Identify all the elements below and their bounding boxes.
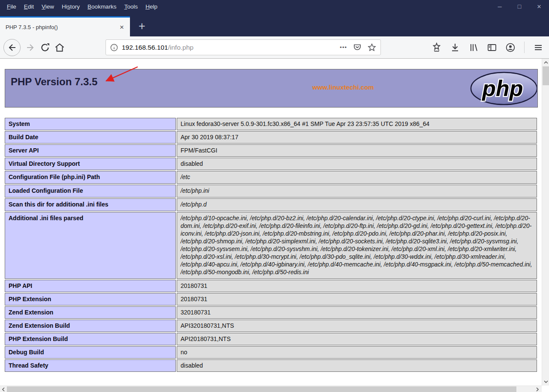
reload-button[interactable] xyxy=(38,40,52,55)
table-row: Server APIFPM/FastCGI xyxy=(5,144,537,157)
horizontal-scrollbar[interactable] xyxy=(0,386,542,392)
menu-tools[interactable]: Tools xyxy=(121,2,142,11)
info-value: Linux fedora30-server 5.0.9-301.fc30.x86… xyxy=(177,118,537,130)
reload-icon xyxy=(39,42,51,53)
pocket-icon[interactable] xyxy=(353,43,362,52)
menu-text: ookmarks xyxy=(91,3,117,10)
menu-history[interactable]: History xyxy=(58,2,84,11)
bookmarks-menu-star-icon xyxy=(431,42,442,53)
library-button[interactable] xyxy=(466,40,481,55)
hamburger-menu-icon xyxy=(533,42,544,53)
menu-edit[interactable]: Edit xyxy=(20,2,38,11)
account-icon xyxy=(505,42,516,53)
bookmark-star-icon[interactable] xyxy=(368,43,376,52)
menu-view[interactable]: View xyxy=(38,2,58,11)
info-value: disabled xyxy=(177,158,537,170)
page-actions-icon[interactable]: ••• xyxy=(340,44,347,51)
info-value: 20180731 xyxy=(177,293,537,305)
phpinfo-header: PHP Version 7.3.5 www.linuxtechi.com php xyxy=(5,69,538,108)
info-value: /etc/php.ini xyxy=(177,185,537,197)
info-value: API20180731,NTS xyxy=(177,333,537,345)
maximize-button[interactable]: □ xyxy=(510,0,529,13)
menu-accel: B xyxy=(87,3,91,10)
account-button[interactable] xyxy=(503,40,518,55)
info-label: Server API xyxy=(5,144,176,157)
home-icon xyxy=(54,42,65,53)
phpinfo-table: SystemLinux fedora30-server 5.0.9-301.fc… xyxy=(4,117,538,373)
table-row: Zend Extension320180731 xyxy=(5,306,537,319)
library-icon xyxy=(468,42,479,53)
page-title: PHP Version 7.3.5 xyxy=(5,69,537,88)
url-actions: ••• xyxy=(340,43,376,52)
close-icon: ✕ xyxy=(537,3,542,10)
minimize-icon: ─ xyxy=(498,3,501,10)
downloads-button[interactable] xyxy=(448,40,462,55)
info-value: FPM/FastCGI xyxy=(177,144,537,157)
download-icon xyxy=(449,42,461,53)
scroll-up-arrow-icon[interactable] xyxy=(542,59,549,66)
back-button[interactable] xyxy=(3,39,21,56)
menu-text: elp xyxy=(150,3,157,10)
horizontal-scroll-thumb[interactable] xyxy=(7,386,516,392)
info-value: 320180731 xyxy=(177,306,537,319)
info-label: Zend Extension Build xyxy=(5,320,176,332)
url-bar[interactable]: 192.168.56.101/info.php ••• xyxy=(106,39,381,55)
table-row: Zend Extension BuildAPI320180731,NTS xyxy=(5,320,537,332)
watermark-text: www.linuxtechi.com xyxy=(312,84,374,91)
menu-accel: F xyxy=(7,3,10,10)
toolbar-separator xyxy=(524,42,525,53)
table-row: Scan this dir for additional .ini files/… xyxy=(5,198,537,211)
scroll-down-arrow-icon[interactable] xyxy=(542,378,549,385)
menu-text: tory xyxy=(70,3,80,10)
close-button[interactable]: ✕ xyxy=(529,0,549,13)
tab-phpinfo[interactable]: PHP 7.3.5 - phpinfo() × xyxy=(0,16,130,36)
info-value: /etc/php.d xyxy=(177,198,537,211)
table-row: Debug Buildno xyxy=(5,346,537,359)
tab-close-icon[interactable]: × xyxy=(117,24,127,31)
window-controls: ─ □ ✕ xyxy=(490,0,549,13)
title-bar: File Edit View History Bookmarks Tools H… xyxy=(0,0,549,13)
info-value: /etc xyxy=(177,171,537,184)
menu-file[interactable]: File xyxy=(3,2,20,11)
table-row: Thread Safetydisabled xyxy=(5,359,537,372)
app-menu-button[interactable] xyxy=(531,40,546,55)
url-text[interactable]: 192.168.56.101/info.php xyxy=(122,44,340,51)
menu-bookmarks[interactable]: Bookmarks xyxy=(84,2,121,11)
url-path: /info.php xyxy=(168,44,193,51)
php-logo: php xyxy=(470,72,537,105)
menu-bar: File Edit View History Bookmarks Tools H… xyxy=(0,0,161,13)
url-host: 192.168.56.101 xyxy=(122,44,168,51)
page-viewport: PHP Version 7.3.5 www.linuxtechi.com php xyxy=(0,59,542,386)
minimize-button[interactable]: ─ xyxy=(490,0,510,13)
table-row: Configuration File (php.ini) Path/etc xyxy=(5,171,537,184)
new-tab-button[interactable]: + xyxy=(133,18,151,35)
site-info-icon[interactable] xyxy=(110,44,118,51)
browser-window: File Edit View History Bookmarks Tools H… xyxy=(0,0,549,392)
toolbar-right xyxy=(429,40,546,55)
menu-help[interactable]: Help xyxy=(142,2,161,11)
scroll-left-arrow-icon[interactable] xyxy=(0,386,7,392)
info-label: PHP API xyxy=(5,280,176,292)
menu-accel: H xyxy=(145,3,150,10)
vertical-scrollbar[interactable] xyxy=(542,59,549,386)
info-value: Apr 30 2019 08:37:17 xyxy=(177,131,537,144)
info-value: disabled xyxy=(177,359,537,372)
sidebars-button[interactable] xyxy=(485,40,499,55)
table-row: PHP Extension BuildAPI20180731,NTS xyxy=(5,333,537,345)
vertical-scroll-thumb[interactable] xyxy=(543,66,549,85)
info-label: Thread Safety xyxy=(5,359,176,372)
menu-text: Hi xyxy=(62,3,67,10)
home-button[interactable] xyxy=(52,40,67,55)
info-label: Virtual Directory Support xyxy=(5,158,176,170)
info-label: Scan this dir for additional .ini files xyxy=(5,198,176,211)
menu-accel: V xyxy=(42,3,45,10)
menu-text: ile xyxy=(10,3,16,10)
table-row: Build DateApr 30 2019 08:37:17 xyxy=(5,131,537,144)
forward-button[interactable] xyxy=(23,40,38,55)
info-label: PHP Extension Build xyxy=(5,333,176,345)
back-arrow-icon xyxy=(7,42,17,53)
table-row: Additional .ini files parsed/etc/php.d/1… xyxy=(5,212,537,279)
scroll-right-arrow-icon[interactable] xyxy=(534,386,541,392)
bookmarks-menu-button[interactable] xyxy=(429,40,444,55)
info-label: Debug Build xyxy=(5,346,176,359)
